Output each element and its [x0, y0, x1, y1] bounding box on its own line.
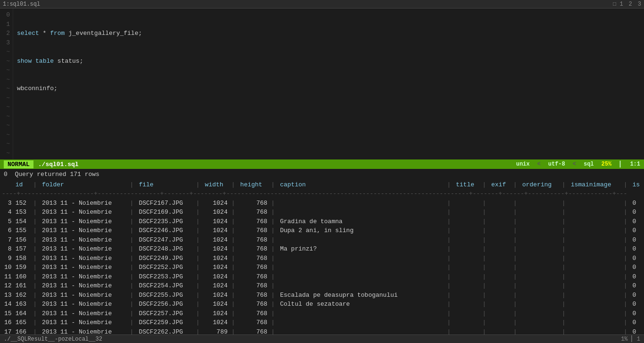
table-cell: Ma prinzi? [278, 244, 445, 254]
table-cell: | [269, 263, 278, 272]
table-cell: | [31, 254, 40, 263]
table-cell [278, 254, 445, 263]
table-cell: | [194, 199, 203, 208]
table-cell: | [622, 309, 631, 318]
table-cell: 161 [14, 281, 31, 291]
table-cell: | [512, 226, 520, 235]
table-cell: | [31, 208, 40, 217]
table-cell [489, 244, 512, 254]
tab-indicator-3: 3 [638, 1, 641, 8]
table-cell [569, 226, 622, 235]
table-cell: 0 [631, 291, 644, 300]
table-cell [520, 263, 560, 272]
table-cell: | [480, 327, 489, 335]
table-cell: 1024 [203, 300, 230, 309]
table-cell: | [445, 217, 454, 226]
table-cell: | [622, 281, 631, 291]
table-cell: | [230, 309, 239, 318]
table-cell: | [480, 272, 489, 282]
table-cell: 154 [14, 217, 31, 226]
table-cell: | [269, 300, 278, 309]
table-cell: | [31, 281, 40, 291]
table-cell: 1024 [203, 309, 230, 318]
code-editor[interactable]: select * from j_eventgallery_file; show … [13, 8, 644, 159]
tilde: ~ [2, 112, 10, 121]
table-cell: | [512, 208, 520, 217]
table-cell: 1024 [203, 199, 230, 208]
table-row: 14163|2013 11 - Noiembrie|DSCF2256.JPG|1… [0, 300, 644, 309]
table-cell: | [230, 217, 239, 226]
table-cell: | [31, 318, 40, 327]
table-cell: | [194, 226, 203, 235]
table-cell: | [480, 254, 489, 263]
table-cell: | [480, 309, 489, 318]
status-bar: NORMAL ./sql01.sql unix < utf-8 < sql 25… [0, 159, 644, 169]
table-cell: 9 [0, 254, 14, 263]
col-pipe4: | [230, 180, 239, 190]
table-row: 12161|2013 11 - Noiembrie|DSCF2254.JPG|1… [0, 281, 644, 291]
table-cell: | [128, 281, 137, 291]
table-cell: 789 [203, 327, 230, 335]
table-cell [520, 208, 560, 217]
table-cell: DSCF2254.JPG [137, 281, 194, 291]
table-cell: | [560, 291, 569, 300]
table-cell: 2013 11 - Noiembrie [40, 235, 128, 245]
table-cell: | [128, 272, 137, 282]
table-cell: | [128, 199, 137, 208]
table-cell [569, 254, 622, 263]
pipe-sep-2: < [573, 161, 576, 167]
table-cell [489, 291, 512, 300]
table-cell: | [230, 300, 239, 309]
result-table-container[interactable]: id | folder | file | width | height | ca… [0, 180, 644, 335]
table-cell: | [230, 208, 239, 217]
table-cell [278, 208, 445, 217]
col-width: width [203, 180, 230, 190]
code-line-3 [17, 112, 640, 121]
table-cell: | [622, 208, 631, 217]
table-cell [569, 208, 622, 217]
table-cell: 768 [239, 272, 269, 282]
table-cell [569, 272, 622, 282]
table-cell: | [560, 217, 569, 226]
table-cell: | [560, 327, 569, 335]
table-cell: | [230, 226, 239, 235]
editor-area: 1:sql01.sql □ 1 2 3 0 1 2 3 ~ ~ ~ ~ ~ ~ … [0, 0, 644, 159]
table-cell: 0 [631, 309, 644, 318]
table-cell [278, 272, 445, 282]
col-caption: caption [278, 180, 445, 190]
table-cell: | [230, 199, 239, 208]
table-cell: | [230, 263, 239, 272]
bottom-scroll-icon: ⎢ [631, 335, 634, 343]
table-cell: DSCF2255.JPG [137, 291, 194, 300]
col-pipe2: | [128, 180, 137, 190]
line-num-3: 3 [2, 38, 10, 48]
table-cell: | [445, 244, 454, 254]
table-cell: 0 [631, 300, 644, 309]
table-cell [489, 272, 512, 282]
table-cell [569, 327, 622, 335]
table-cell: 2013 11 - Noiembrie [40, 208, 128, 217]
table-cell [454, 272, 480, 282]
tilde: ~ [2, 130, 10, 140]
table-cell: 768 [239, 254, 269, 263]
table-cell: | [512, 254, 520, 263]
table-cell [520, 235, 560, 245]
table-cell: 1024 [203, 318, 230, 327]
table-cell: 1024 [203, 254, 230, 263]
table-cell: | [269, 235, 278, 245]
table-cell: | [560, 235, 569, 245]
table-cell: DSCF2249.JPG [137, 254, 194, 263]
separator-line: ----+--------------------+--------------… [0, 189, 644, 199]
table-cell: | [269, 244, 278, 254]
table-cell: | [194, 217, 203, 226]
table-cell: 2013 11 - Noiembrie [40, 309, 128, 318]
table-cell [454, 226, 480, 235]
table-cell: | [560, 272, 569, 282]
table-cell: DSCF2235.JPG [137, 217, 194, 226]
table-cell: 768 [239, 199, 269, 208]
table-cell: 0 [631, 217, 644, 226]
table-cell: 2013 11 - Noiembrie [40, 244, 128, 254]
table-cell: | [128, 263, 137, 272]
table-cell: 768 [239, 291, 269, 300]
table-cell: 2013 11 - Noiembrie [40, 327, 128, 335]
